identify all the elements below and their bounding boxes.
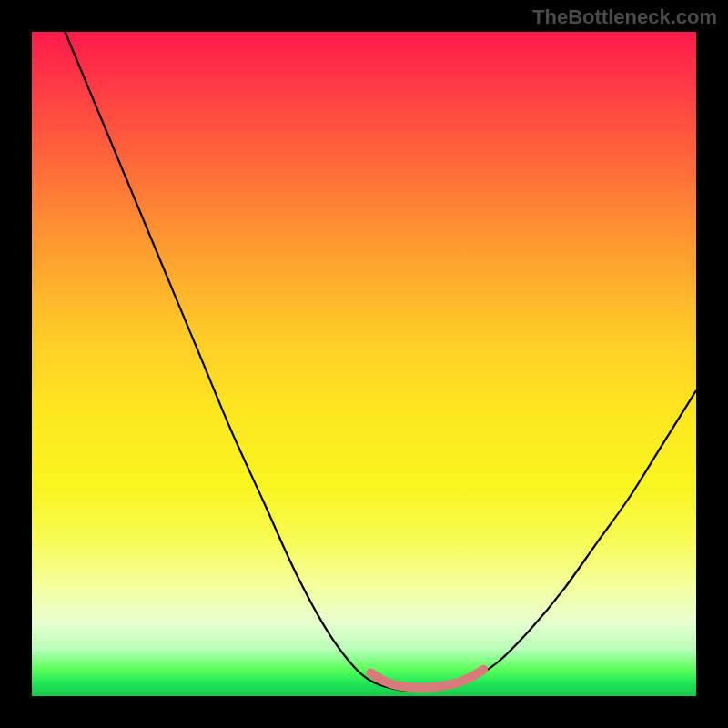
bottleneck-curve-line (66, 32, 697, 691)
chart-plot-area (32, 32, 696, 696)
chart-svg (32, 32, 696, 696)
optimal-zone-marker-line (370, 670, 483, 688)
watermark-text: TheBottleneck.com (532, 5, 717, 29)
